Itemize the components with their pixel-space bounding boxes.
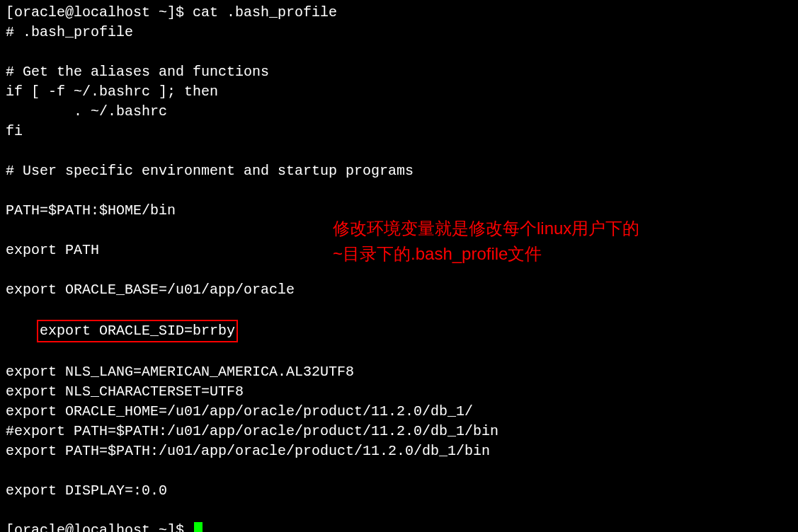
terminal-line: export ORACLE_HOME=/u01/app/oracle/produ… [6,402,792,422]
terminal-prompt-line[interactable]: [oracle@localhost ~]$ [6,521,792,532]
terminal-line: #export PATH=$PATH:/u01/app/oracle/produ… [6,422,792,441]
terminal-line: export DISPLAY=:0.0 [6,481,792,501]
terminal-line: if [ -f ~/.bashrc ]; then [6,82,792,102]
cursor-icon [194,522,203,532]
terminal-line: . ~/.bashrc [6,102,792,122]
terminal-line [6,42,792,62]
annotation-text: 修改环境变量就是修改每个linux用户下的 ~目录下的.bash_profile… [333,216,639,267]
terminal-line: export ORACLE_BASE=/u01/app/oracle [6,280,792,300]
terminal-line: # .bash_profile [6,23,792,42]
terminal-line: # Get the aliases and functions [6,62,792,82]
terminal-prompt: [oracle@localhost ~]$ [6,521,193,532]
terminal-output[interactable]: [oracle@localhost ~]$ cat .bash_profile … [6,3,792,532]
terminal-line [6,141,792,161]
terminal-line: export NLS_CHARACTERSET=UTF8 [6,382,792,402]
terminal-line: [oracle@localhost ~]$ cat .bash_profile [6,3,792,23]
highlight-box: export ORACLE_SID=brrby [37,320,238,342]
terminal-line [6,501,792,521]
terminal-line [6,461,792,481]
terminal-line: fi [6,122,792,141]
terminal-line: export PATH=$PATH:/u01/app/oracle/produc… [6,441,792,461]
terminal-line: # User specific environment and startup … [6,161,792,181]
highlighted-terminal-line: export ORACLE_SID=brrby [6,300,792,362]
terminal-line [6,181,792,201]
terminal-line: export NLS_LANG=AMERICAN_AMERICA.AL32UTF… [6,362,792,382]
